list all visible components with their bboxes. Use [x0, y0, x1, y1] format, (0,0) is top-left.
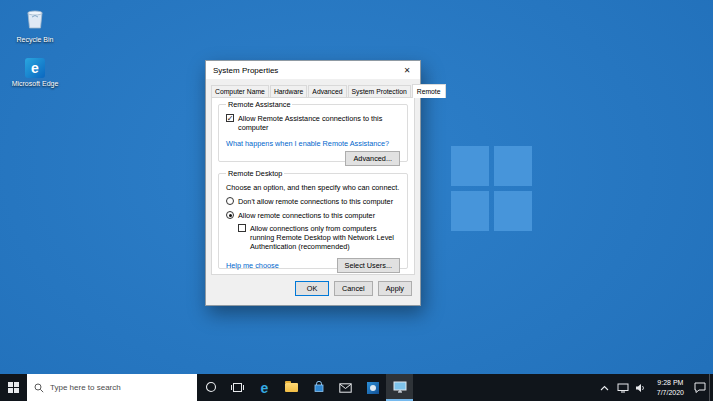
- apply-button[interactable]: Apply: [378, 281, 412, 296]
- taskbar-mail-icon[interactable]: [332, 374, 359, 401]
- cortana-icon: [205, 379, 217, 397]
- search-icon: [34, 379, 44, 397]
- taskbar-store-icon[interactable]: [305, 374, 332, 401]
- system-tray: 9:28 PM 7/7/2020: [596, 374, 713, 401]
- remote-assistance-checkbox[interactable]: ✓ Allow Remote Assistance connections to…: [226, 114, 400, 132]
- clock-date: 7/7/2020: [657, 388, 684, 397]
- group-label: Remote Assistance: [226, 100, 292, 109]
- desktop-icon-recycle-bin[interactable]: Recycle Bin: [6, 6, 64, 45]
- remote-tab-panel: Remote Assistance ✓ Allow Remote Assista…: [211, 97, 415, 275]
- select-users-button[interactable]: Select Users...: [337, 258, 400, 273]
- desktop-icon-label: Recycle Bin: [17, 36, 54, 45]
- remote-desktop-group: Remote Desktop Choose an option, and the…: [218, 173, 408, 269]
- edge-icon: e: [25, 58, 45, 78]
- action-center-icon[interactable]: [691, 374, 709, 401]
- taskbar-search[interactable]: Type here to search: [27, 374, 197, 401]
- taskbar-file-explorer-icon[interactable]: [278, 374, 305, 401]
- help-me-choose-link[interactable]: Help me choose: [226, 261, 279, 270]
- task-view-icon: [231, 379, 244, 397]
- recycle-bin-icon: [24, 6, 46, 34]
- radio-label: Allow remote connections to this compute…: [238, 211, 375, 220]
- checkbox-icon: ✓: [238, 224, 246, 232]
- tab-computer-name[interactable]: Computer Name: [211, 85, 269, 97]
- taskbar: Type here to search e: [0, 374, 713, 401]
- checkbox-label: Allow connections only from computers ru…: [250, 224, 400, 251]
- desktop-icon-label: Microsoft Edge: [12, 80, 59, 89]
- checkbox-icon: ✓: [226, 114, 234, 122]
- remote-assistance-group: Remote Assistance ✓ Allow Remote Assista…: [218, 104, 408, 162]
- remote-assistance-help-link[interactable]: What happens when I enable Remote Assist…: [226, 139, 389, 148]
- windows-start-icon: [8, 382, 19, 393]
- radio-dont-allow-remote[interactable]: Don't allow remote connections to this c…: [226, 197, 400, 206]
- task-view-button[interactable]: [224, 374, 251, 401]
- cortana-button[interactable]: [197, 374, 224, 401]
- tab-remote[interactable]: Remote: [412, 84, 446, 98]
- tabstrip: Computer Name Hardware Advanced System P…: [206, 79, 420, 97]
- mail-envelope-icon: [339, 379, 352, 397]
- advanced-button-row: Advanced...: [226, 151, 400, 166]
- taskbar-system-properties-icon[interactable]: [386, 374, 413, 401]
- search-placeholder: Type here to search: [50, 383, 121, 392]
- dialog-title: System Properties: [213, 66, 278, 75]
- group-label: Remote Desktop: [226, 169, 284, 178]
- radio-icon: [226, 211, 234, 219]
- tray-volume-icon[interactable]: [632, 374, 650, 401]
- advanced-button[interactable]: Advanced...: [345, 151, 400, 166]
- windows-wallpaper-logo: [451, 146, 532, 231]
- tab-hardware[interactable]: Hardware: [270, 85, 307, 97]
- edge-icon: e: [261, 380, 269, 396]
- taskbar-edge-icon[interactable]: e: [251, 374, 278, 401]
- radio-icon: [226, 197, 234, 205]
- store-bag-icon: [313, 379, 325, 397]
- desktop-icon-edge[interactable]: e Microsoft Edge: [6, 58, 64, 89]
- checkbox-label: Allow Remote Assistance connections to t…: [238, 114, 400, 132]
- folder-icon: [285, 383, 298, 392]
- dialog-footer: OK Cancel Apply: [206, 275, 420, 296]
- cancel-button[interactable]: Cancel: [334, 281, 373, 296]
- tray-chevron-up-icon[interactable]: [596, 374, 614, 401]
- dialog-titlebar[interactable]: System Properties ✕: [206, 61, 420, 79]
- nla-checkbox[interactable]: ✓ Allow connections only from computers …: [238, 224, 400, 251]
- photos-icon: [367, 382, 379, 394]
- radio-label: Don't allow remote connections to this c…: [238, 197, 393, 206]
- taskbar-clock[interactable]: 9:28 PM 7/7/2020: [650, 374, 691, 401]
- system-monitor-icon: [393, 379, 407, 397]
- desktop: Recycle Bin e Microsoft Edge System Prop…: [0, 0, 713, 401]
- start-button[interactable]: [0, 374, 27, 401]
- tab-advanced[interactable]: Advanced: [308, 85, 346, 97]
- close-icon[interactable]: ✕: [394, 61, 420, 79]
- show-desktop-button[interactable]: [709, 374, 713, 401]
- remote-desktop-description: Choose an option, and then specify who c…: [226, 183, 400, 192]
- system-properties-dialog: System Properties ✕ Computer Name Hardwa…: [205, 60, 421, 306]
- clock-time: 9:28 PM: [657, 378, 684, 387]
- tab-system-protection[interactable]: System Protection: [348, 85, 411, 97]
- check-icon: ✓: [227, 115, 234, 122]
- taskbar-photos-icon[interactable]: [359, 374, 386, 401]
- radio-allow-remote[interactable]: Allow remote connections to this compute…: [226, 211, 400, 220]
- remote-desktop-footer-row: Help me choose Select Users...: [226, 258, 400, 273]
- tray-network-icon[interactable]: [614, 374, 632, 401]
- ok-button[interactable]: OK: [295, 281, 329, 296]
